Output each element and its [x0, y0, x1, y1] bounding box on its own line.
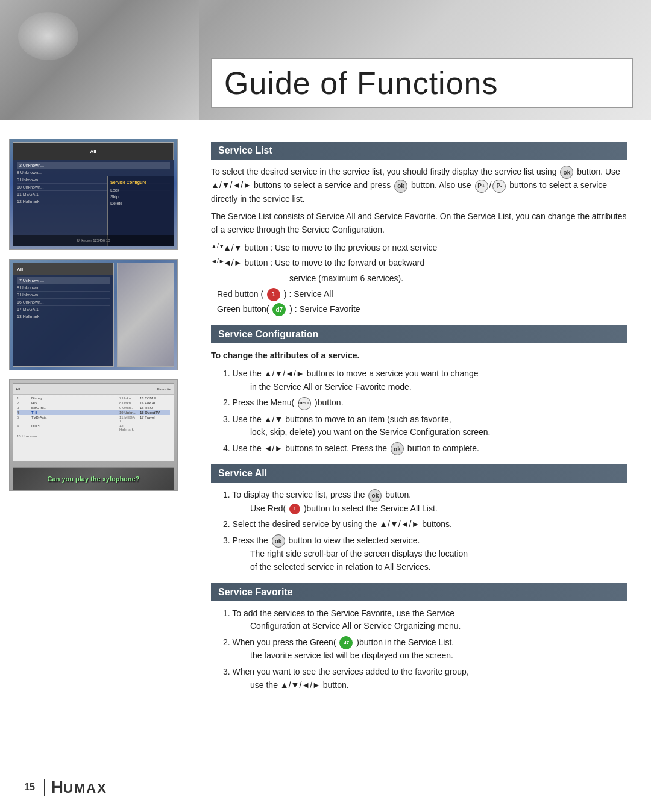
ss3-row: 1Disney7 Unkn..13 TCM E.. [17, 396, 170, 401]
ok-button-icon: ok [368, 489, 382, 502]
ss2-item: 8 Unknown... [17, 284, 110, 292]
header-left-decoration [0, 0, 199, 120]
ss1-bottom-bar: Unknown 123456 10 [13, 235, 174, 246]
service-list-para2: The Service List consists of Service All… [211, 210, 627, 236]
right-content: Service List To select the desired servi… [199, 133, 651, 701]
ss2-list-panel: All 7 Unknown... 8 Unknown... 9 Unknown.… [13, 263, 114, 367]
config-item-3: 3. Use the ▲/▼ buttons to move to an ite… [211, 413, 627, 439]
all-item-3: 3. Press the ok button to view the selec… [211, 534, 627, 574]
service-config-subheading: To change the attributes of a service. [211, 349, 627, 363]
ss2-item: 7 Unknown... [17, 277, 110, 284]
green-button-icon: d7 [272, 303, 286, 316]
ok-button-icon: ok [394, 180, 407, 193]
fav-item-3: 3. When you want to see the services add… [211, 666, 627, 692]
page-header: Guide of Functions [0, 0, 651, 120]
ss2-item: 17 MEGA 1 [17, 306, 110, 313]
ss1-panel-item: Delete [110, 200, 171, 207]
ss1-panel-title: Service Configure [110, 180, 171, 184]
ss1-inner: All 2 Unknown... 8 Unknown... 9 Unknown.… [13, 142, 174, 246]
ss1-item: 2 Unknown... [17, 162, 170, 169]
screenshot-2: All 7 Unknown... 8 Unknown... 9 Unknown.… [9, 259, 178, 370]
ss2-image-bg [117, 263, 174, 367]
logo-h-letter: H [51, 778, 63, 796]
service-config-heading: Service Configuration [211, 325, 627, 343]
menu-button-icon: menu [298, 397, 311, 410]
p-minus-icon: P- [492, 180, 506, 193]
ss1-bar-text: Unknown 123456 10 [77, 239, 110, 242]
ss3-header: All Favorite [13, 384, 174, 395]
service-favorite-heading: Service Favorite [211, 583, 627, 601]
fav-item-2: 2. When you press the Green( d7 )button … [211, 636, 627, 663]
ss1-tabs: All [13, 143, 174, 160]
red-button-row: Red button ( 1 ) : Service All [211, 288, 627, 301]
fav-item-1: 1. To add the services to the Service Fa… [211, 607, 627, 633]
green-button-icon: d7 [339, 636, 353, 649]
ss2-item: 9 Unknown... [17, 292, 110, 299]
ok-button-icon: ok [272, 534, 285, 548]
main-content: All 2 Unknown... 8 Unknown... 9 Unknown.… [0, 120, 651, 713]
ss2-item: 16 Unknown... [17, 299, 110, 306]
ss2-tab-label: All [17, 267, 23, 272]
fav-item-2-indent: the favorite service list will be displa… [223, 649, 627, 663]
ss3-caption-bar: Can you play the xylophone? [13, 467, 174, 490]
fav-item-3-indent: use the ▲/▼/◄/► button. [223, 679, 627, 692]
page-title: Guide of Functions [224, 65, 498, 101]
bullet-lr-indent: service (maximum 6 services). [211, 272, 627, 286]
page-number: 15 [24, 782, 35, 793]
bullet-up-down: ▲/▼ button : Use to move to the previous… [211, 242, 627, 255]
red-button-icon: 1 [267, 288, 280, 301]
red-button-icon: 1 [289, 504, 300, 514]
all-item-1-indent: Use Red( 1 )button to select the Service… [223, 502, 627, 516]
ss3-row: 3BBC Int..9 Unkn..15 HBO [17, 405, 170, 410]
logo-text: UMAX [63, 781, 107, 796]
ss1-panel-item: Lock [110, 187, 171, 193]
config-item-3-indent: lock, skip, delete) you want on the Serv… [223, 426, 627, 439]
ss3-unknown-label: 10 Unknown [13, 433, 174, 439]
ss3-col-all: All [16, 387, 20, 391]
service-list-para1: To select the desired service in the ser… [211, 166, 627, 205]
ss3-col-fav: Favorite [157, 387, 171, 391]
page-footer: 15 HUMAX [0, 778, 651, 797]
ss3-row: 2HIV8 Unkn..14 Fox AL.. [17, 401, 170, 405]
all-item-1: 1. To display the service list, press th… [211, 489, 627, 515]
config-item-2: 2. Press the Menu( menu )button. [211, 396, 627, 410]
ss3-list: 1Disney7 Unkn..13 TCM E.. 2HIV8 Unkn..14… [13, 395, 174, 433]
ss2-item: 13 Hallmark [17, 313, 110, 320]
screenshot-1: All 2 Unknown... 8 Unknown... 9 Unknown.… [9, 139, 178, 250]
ss3-caption-text: Can you play the xylophone? [48, 475, 140, 483]
ss1-tab-all: All [13, 143, 174, 160]
ss2-list: 7 Unknown... 8 Unknown... 9 Unknown... 1… [13, 275, 113, 322]
ok-button-icon: ok [560, 166, 573, 179]
config-item-4: 4. Use the ◄/► buttons to select. Press … [211, 442, 627, 455]
all-item-2: 2. Select the desired service by using t… [211, 518, 627, 531]
title-box: Guide of Functions [211, 58, 633, 108]
ss3-row: 5TVB-Asia11 MEGA 117 Travel [17, 415, 170, 423]
p-plus-icon: P+ [475, 180, 488, 193]
fav-item-1-indent: Configuration at Service All or Service … [223, 620, 627, 633]
green-button-row: Green button( d7 ) : Service Favorite [211, 303, 627, 316]
ss3-row: 6RTPI12 Hallmark [17, 423, 170, 432]
config-item-1-indent: in the Service All or Service Favorite m… [223, 381, 627, 394]
screenshot-3: All Favorite 1Disney7 Unkn..13 TCM E.. 2… [9, 379, 178, 491]
ok-button-icon: ok [391, 442, 404, 455]
bullet-left-right: ◄/► button : Use to move to the forward … [211, 257, 627, 270]
service-list-heading: Service List [211, 142, 627, 160]
service-all-heading: Service All [211, 464, 627, 483]
ss1-panel-item: Skip [110, 193, 171, 200]
logo-area: HUMAX [51, 778, 107, 797]
left-sidebar: All 2 Unknown... 8 Unknown... 9 Unknown.… [0, 133, 199, 701]
all-item-3-indent2: of the selected service in relation to A… [223, 561, 627, 574]
ss1-item: 8 Unknown... [17, 169, 170, 176]
ss3-row-highlight: 4THI10 Unkn..16 QuestTV [17, 410, 170, 415]
all-item-3-indent: The right side scroll-bar of the screen … [223, 548, 627, 561]
config-item-1: 1. Use the ▲/▼/◄/► buttons to move a ser… [211, 367, 627, 393]
ss3-table: All Favorite 1Disney7 Unkn..13 TCM E.. 2… [13, 383, 174, 461]
footer-divider [44, 779, 45, 796]
